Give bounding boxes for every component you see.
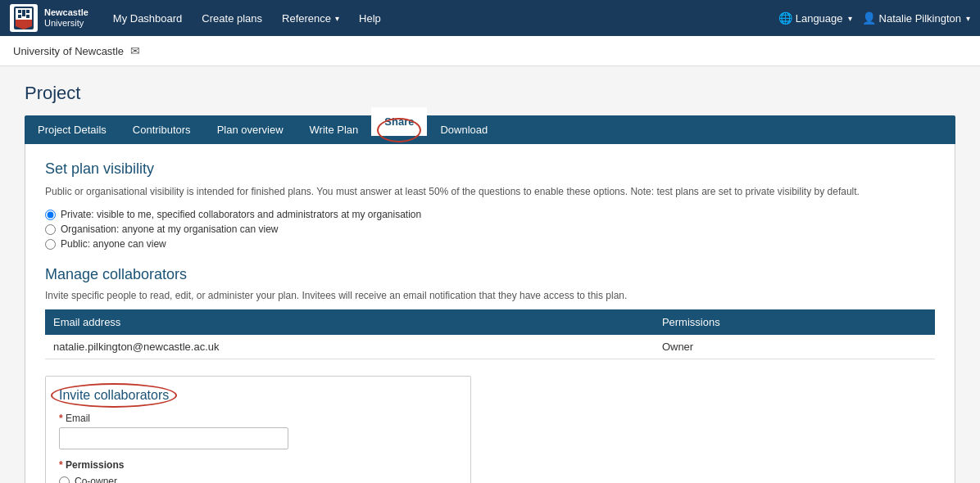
visibility-public-label: Public: anyone can view [61, 238, 166, 250]
radio-private[interactable] [45, 210, 56, 220]
visibility-option-public[interactable]: Public: anyone can view [45, 238, 935, 250]
mail-icon: ✉ [130, 44, 140, 57]
perm-co-owner-label: Co-owner [75, 476, 117, 483]
email-form-group: * Email [59, 413, 457, 449]
tab-share[interactable]: Share [371, 107, 427, 136]
invite-title: Invite collaborators [59, 388, 169, 403]
email-input[interactable] [59, 427, 288, 449]
col-header-actions [902, 309, 935, 335]
top-navigation: Newcastle University My Dashboard Create… [0, 0, 980, 36]
nav-my-dashboard[interactable]: My Dashboard [105, 7, 191, 29]
collaborators-section: Manage collaborators Invite specific peo… [45, 266, 935, 359]
language-flag-icon: 🌐 [778, 11, 792, 25]
collab-permissions: Owner [654, 335, 902, 359]
collab-actions [902, 335, 935, 359]
visibility-options: Private: visible to me, specified collab… [45, 209, 935, 250]
collaborators-title: Manage collaborators [45, 266, 935, 283]
tab-contributors[interactable]: Contributors [120, 115, 204, 144]
permissions-label: * Permissions [59, 459, 457, 471]
collaborators-description: Invite specific people to read, edit, or… [45, 290, 935, 301]
svg-rect-3 [18, 10, 21, 13]
reference-dropdown-icon: ▾ [335, 14, 339, 23]
language-label: Language [796, 12, 843, 25]
breadcrumb-bar: University of Newcastle ✉ [0, 36, 980, 66]
radio-co-owner[interactable] [59, 476, 70, 484]
invite-section: Invite collaborators * Email * Permissio… [45, 376, 471, 483]
collab-email: natalie.pilkington@newcastle.ac.uk [45, 335, 654, 359]
logo[interactable]: Newcastle University [10, 4, 88, 32]
breadcrumb-org: University of Newcastle [13, 45, 124, 57]
main-content: Project Project Details Contributors Pla… [0, 66, 980, 483]
visibility-private-label: Private: visible to me, specified collab… [61, 209, 421, 220]
logo-shield-icon [14, 7, 34, 29]
col-header-email: Email address [45, 309, 654, 335]
email-label: * Email [59, 413, 457, 424]
radio-public[interactable] [45, 239, 56, 250]
tab-share-wrapper: Share [371, 115, 427, 144]
language-selector[interactable]: 🌐 Language ▾ [778, 11, 852, 25]
visibility-section: Set plan visibility Public or organisati… [45, 160, 935, 250]
logo-box [10, 4, 38, 32]
svg-rect-5 [22, 10, 25, 16]
page-title: Project [25, 83, 955, 104]
nav-help[interactable]: Help [351, 7, 389, 29]
perm-option-co-owner[interactable]: Co-owner [59, 476, 457, 483]
user-name: Natalie Pilkington [879, 12, 961, 25]
radio-organisation[interactable] [45, 224, 56, 235]
nav-right: 🌐 Language ▾ 👤 Natalie Pilkington ▾ [778, 11, 970, 25]
visibility-option-organisation[interactable]: Organisation: anyone at my organisation … [45, 223, 935, 235]
visibility-description: Public or organisational visibility is i… [45, 184, 935, 199]
visibility-option-private[interactable]: Private: visible to me, specified collab… [45, 209, 935, 220]
nav-reference[interactable]: Reference ▾ [274, 7, 347, 29]
nav-links: My Dashboard Create plans Reference ▾ He… [105, 7, 778, 29]
col-header-permissions: Permissions [654, 309, 902, 335]
svg-rect-7 [26, 15, 29, 18]
user-icon: 👤 [862, 11, 876, 25]
collaborators-table: Email address Permissions natalie.pilkin… [45, 309, 935, 359]
tab-plan-overview[interactable]: Plan overview [204, 115, 297, 144]
svg-rect-4 [26, 10, 29, 13]
invite-title-wrapper: Invite collaborators [59, 388, 169, 403]
permissions-form-group: * Permissions Co-owner Editor Read only [59, 459, 457, 483]
svg-rect-6 [18, 15, 21, 18]
visibility-title: Set plan visibility [45, 160, 935, 178]
tab-bar: Project Details Contributors Plan overvi… [25, 115, 955, 144]
nav-create-plans[interactable]: Create plans [193, 7, 270, 29]
logo-text: Newcastle University [44, 7, 88, 29]
user-menu[interactable]: 👤 Natalie Pilkington ▾ [862, 11, 970, 25]
tab-download[interactable]: Download [427, 115, 501, 144]
tab-project-details[interactable]: Project Details [25, 115, 120, 144]
tab-write-plan[interactable]: Write Plan [297, 115, 372, 144]
user-dropdown-icon: ▾ [966, 14, 970, 23]
visibility-organisation-label: Organisation: anyone at my organisation … [61, 223, 278, 235]
content-area: Set plan visibility Public or organisati… [25, 144, 955, 483]
table-row: natalie.pilkington@newcastle.ac.uk Owner [45, 335, 935, 359]
language-dropdown-icon: ▾ [848, 14, 852, 23]
